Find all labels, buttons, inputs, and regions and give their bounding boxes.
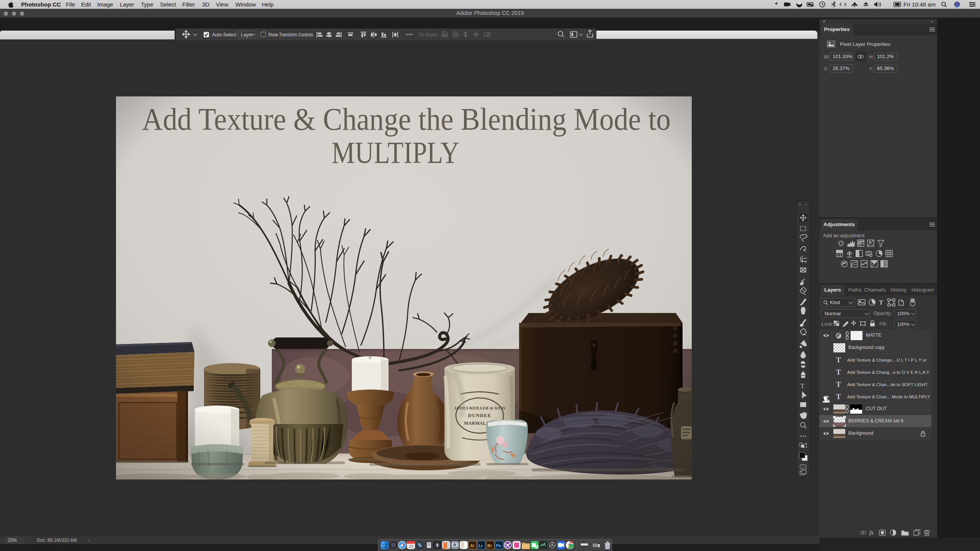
svg-text:Auto-Select:: Auto-Select:: [212, 32, 237, 37]
svg-text:Show Transform Controls: Show Transform Controls: [268, 32, 313, 37]
svg-text:Ai: Ai: [470, 543, 474, 548]
svg-text:Layer: Layer: [241, 32, 253, 37]
svg-text:23: 23: [409, 544, 413, 549]
svg-text:»: »: [805, 203, 807, 207]
svg-text:Br: Br: [487, 543, 492, 548]
svg-text:Lr: Lr: [479, 543, 483, 548]
svg-text:3D Mode:: 3D Mode:: [418, 32, 438, 37]
svg-text:T: T: [879, 299, 884, 306]
svg-text:Ps: Ps: [496, 543, 501, 548]
svg-text:T: T: [800, 382, 805, 390]
svg-text:✕: ✕: [799, 203, 802, 207]
svg-text:fx: fx: [869, 530, 874, 536]
